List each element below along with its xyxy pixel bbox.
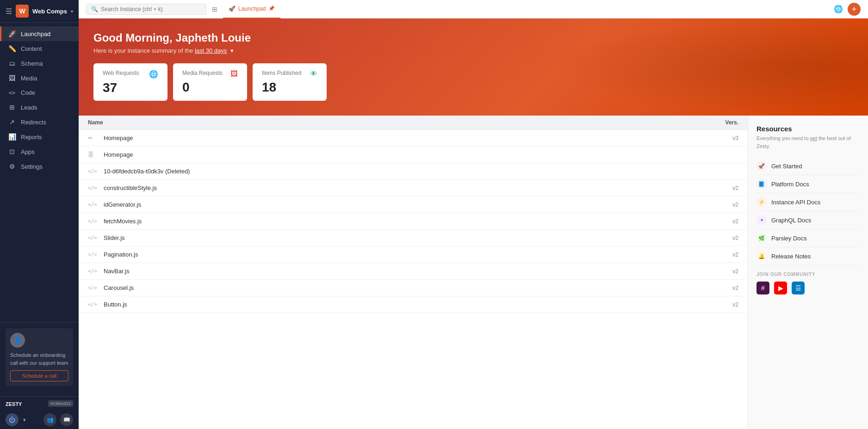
- sidebar-logo: W: [16, 5, 29, 18]
- sidebar-item-launchpad[interactable]: 🚀 Launchpad: [0, 26, 79, 41]
- sidebar-footer-actions: ⏻ ▾ 👥 📖: [0, 411, 79, 429]
- stats-row: Web Requests 🌐 37 Media Requests 🖼 0 Ite…: [93, 63, 853, 101]
- sidebar-label-settings: Settings: [21, 163, 43, 170]
- platform-docs-icon: 📘: [756, 179, 767, 189]
- power-dropdown[interactable]: ▾: [23, 417, 26, 423]
- row-version: v2: [715, 285, 738, 291]
- sidebar-label-media: Media: [21, 75, 37, 82]
- zesty-logo-icon: ZESTY: [6, 400, 29, 407]
- resources-subtitle: Everything you need to get the best out …: [756, 135, 860, 150]
- tab-launchpad-label: Launchpad: [238, 6, 266, 12]
- slack-icon[interactable]: #: [756, 282, 769, 294]
- sidebar-item-redirects[interactable]: ↗ Redirects: [0, 115, 79, 129]
- table-row[interactable]: </> fetchMovies.js v2: [79, 213, 748, 230]
- table-section: Name Vers. ✏ Homepage v3 🗄 Homepage <: [79, 116, 748, 429]
- onboarding-card: 👤 Schedule an onboarding call with our s…: [6, 328, 73, 386]
- resource-link-platform-docs[interactable]: 📘 Platform Docs: [756, 175, 860, 193]
- redirects-icon: ↗: [8, 118, 16, 126]
- release-notes-icon: 🔔: [756, 251, 767, 261]
- graphql-label: GraphQL Docs: [771, 217, 811, 224]
- platform-docs-label: Platform Docs: [771, 181, 809, 188]
- resource-link-release-notes[interactable]: 🔔 Release Notes: [756, 247, 860, 265]
- row-db-icon: 🗄: [88, 151, 99, 158]
- sidebar-item-reports[interactable]: 📊 Reports: [0, 129, 79, 144]
- tab-launchpad-icon: 🚀: [229, 6, 236, 12]
- hero-subtitle: Here is your instance summary of the las…: [93, 47, 853, 54]
- table-header: Name Vers.: [79, 116, 748, 130]
- content-icon: ✏️: [8, 45, 16, 52]
- add-button[interactable]: +: [848, 3, 861, 16]
- sidebar-item-settings[interactable]: ⚙ Settings: [0, 159, 79, 174]
- period-dropdown-icon[interactable]: ▾: [230, 47, 234, 54]
- table-row[interactable]: </> Pagination.js v2: [79, 246, 748, 263]
- col-name-header: Name: [88, 119, 715, 126]
- table-row[interactable]: </> 10-d6fdedcb9a-t0dk3v (Deleted): [79, 163, 748, 180]
- search-input[interactable]: [101, 6, 193, 12]
- resource-link-get-started[interactable]: 🚀 Get Started: [756, 157, 860, 175]
- sidebar-footer: ZESTY #c38ecd15: [0, 396, 79, 411]
- search-wrap[interactable]: 🔍: [86, 4, 206, 15]
- pin-icon[interactable]: 📌: [268, 6, 275, 12]
- stat-value-web: 37: [103, 81, 158, 94]
- sidebar-item-media[interactable]: 🖼 Media: [0, 71, 79, 86]
- row-name: Pagination.js: [104, 251, 715, 258]
- search-icon: 🔍: [91, 6, 98, 12]
- table-row[interactable]: </> Carousel.js v2: [79, 280, 748, 296]
- sidebar-item-leads[interactable]: ⊞ Leads: [0, 100, 79, 115]
- period-link[interactable]: last 30 days: [195, 47, 227, 54]
- get-started-label: Get Started: [771, 163, 802, 170]
- resource-link-instance-api[interactable]: ⚡ Instance API Docs: [756, 193, 860, 211]
- docs-button[interactable]: 📖: [60, 413, 73, 426]
- table-row[interactable]: </> idGenerator.js v2: [79, 196, 748, 213]
- row-code-icon: </>: [88, 268, 99, 274]
- row-code-icon: </>: [88, 251, 99, 257]
- sidebar-label-code: Code: [21, 89, 35, 96]
- sidebar-item-code[interactable]: <> Code: [0, 86, 79, 100]
- table-row[interactable]: ✏ Homepage v3: [79, 130, 748, 147]
- parsley-icon: 🌿: [756, 233, 767, 243]
- table-row[interactable]: </> NavBar.js v2: [79, 263, 748, 280]
- trello-icon[interactable]: ☰: [792, 282, 805, 294]
- sidebar-item-apps[interactable]: ⊡ Apps: [0, 144, 79, 159]
- sidebar-arrow-icon: ▾: [71, 9, 73, 14]
- tab-launchpad[interactable]: 🚀 Launchpad 📌: [223, 0, 280, 18]
- parsley-label: Parsley Docs: [771, 235, 807, 242]
- sidebar-item-schema[interactable]: 🗂 Schema: [0, 56, 79, 71]
- get-started-icon: 🚀: [756, 161, 767, 171]
- globe-icon[interactable]: 🌐: [834, 5, 843, 13]
- youtube-icon[interactable]: ▶: [774, 282, 787, 294]
- media-icon: 🖼: [8, 74, 16, 82]
- sidebar-app-name: Web Comps: [32, 8, 67, 15]
- sidebar-label-leads: Leads: [21, 104, 37, 111]
- row-name: NavBar.js: [104, 268, 715, 275]
- row-version: v2: [715, 218, 738, 225]
- power-button[interactable]: ⏻: [6, 413, 19, 426]
- row-name: idGenerator.js: [104, 201, 715, 208]
- table-row[interactable]: </> Button.js v2: [79, 296, 748, 313]
- table-row[interactable]: </> Slider.js v2: [79, 230, 748, 246]
- instance-api-label: Instance API Docs: [771, 199, 820, 206]
- row-version: v2: [715, 185, 738, 191]
- stat-card-media-header: Media Requests 🖼: [182, 70, 238, 78]
- hamburger-icon[interactable]: ☰: [6, 7, 12, 16]
- col-vers-header: Vers.: [715, 119, 738, 126]
- stat-value-items: 18: [262, 81, 317, 94]
- filter-icon[interactable]: ⊞: [212, 6, 217, 13]
- sidebar-item-content[interactable]: ✏️ Content: [0, 41, 79, 56]
- table-row[interactable]: 🗄 Homepage: [79, 147, 748, 163]
- users-button[interactable]: 👥: [43, 413, 56, 426]
- schedule-call-button[interactable]: Schedule a call: [10, 370, 68, 381]
- sidebar-bottom: 👤 Schedule an onboarding call with our s…: [0, 322, 79, 396]
- resources-subtitle-link[interactable]: get: [810, 135, 817, 141]
- graphql-icon: ✦: [756, 215, 767, 225]
- resource-link-graphql[interactable]: ✦ GraphQL Docs: [756, 211, 860, 229]
- resource-link-parsley[interactable]: 🌿 Parsley Docs: [756, 229, 860, 247]
- table-row[interactable]: </> constructibleStyle.js v2: [79, 180, 748, 196]
- sidebar-label-reports: Reports: [21, 134, 42, 141]
- row-name: Carousel.js: [104, 284, 715, 291]
- row-version: v2: [715, 235, 738, 241]
- instance-api-icon: ⚡: [756, 197, 767, 207]
- settings-icon: ⚙: [8, 163, 16, 170]
- stat-card-items-header: Items Published 👁: [262, 70, 317, 78]
- code-icon: <>: [8, 90, 16, 96]
